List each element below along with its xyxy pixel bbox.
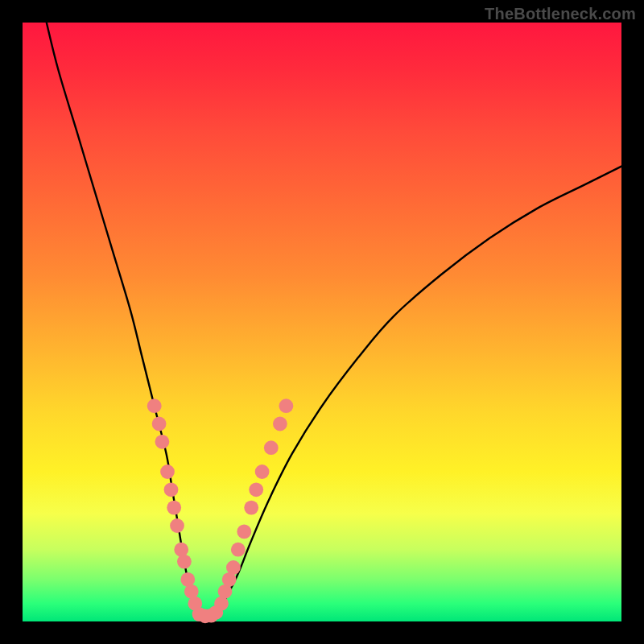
outer-frame: TheBottleneck.com <box>0 0 644 644</box>
marker-dot <box>226 560 241 575</box>
marker-dot <box>264 440 279 455</box>
marker-dot <box>160 464 175 479</box>
curve-layer <box>23 23 621 621</box>
marker-dot <box>170 518 184 533</box>
marker-dot <box>147 398 162 413</box>
watermark-text: TheBottleneck.com <box>485 5 636 23</box>
marker-dot <box>164 482 179 497</box>
marker-dot <box>249 482 263 497</box>
marker-dot <box>237 525 251 539</box>
plot-area <box>23 23 621 621</box>
marker-dot <box>174 543 188 557</box>
marker-dot <box>167 501 181 515</box>
marker-dot <box>273 417 287 431</box>
marker-dot <box>152 417 167 431</box>
marker-dot <box>255 464 270 479</box>
bottleneck-curve <box>47 23 621 617</box>
marker-dot <box>231 543 246 557</box>
marker-dot <box>279 398 294 413</box>
marker-dot <box>155 435 170 449</box>
marker-dot <box>177 555 192 569</box>
marker-dot <box>244 501 258 515</box>
marker-dots <box>147 398 293 623</box>
